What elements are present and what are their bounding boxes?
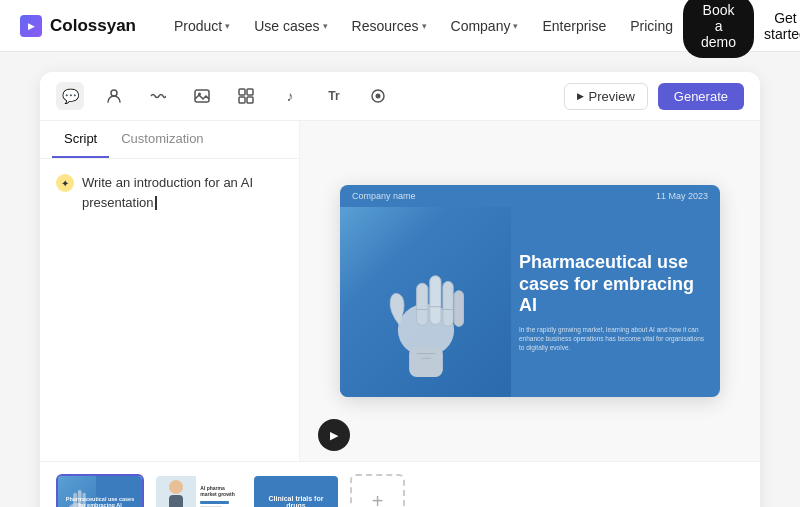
thumbnail-1[interactable]: Pharmaceutical use cases for embracing A…: [56, 474, 144, 507]
svg-point-0: [111, 90, 117, 96]
generate-button[interactable]: Generate: [658, 83, 744, 110]
thumbnail-2[interactable]: AI pharma market growth: [154, 474, 242, 507]
robot-hand-image: [340, 207, 511, 397]
script-text: Write an introduction for an AI presenta…: [82, 173, 283, 212]
image-tool-icon[interactable]: [188, 82, 216, 110]
slide-date: 11 May 2023: [656, 191, 708, 201]
nav-item-pricing[interactable]: Pricing: [620, 12, 683, 40]
music-tool-icon[interactable]: ♪: [276, 82, 304, 110]
slide-text-area: Pharmaceutical use cases for embracing A…: [511, 207, 720, 397]
editor-card: 💬 ♪ Tr ▶ Preview G: [40, 72, 760, 507]
wavy-tool-icon[interactable]: [144, 82, 172, 110]
nav-item-product[interactable]: Product ▾: [164, 12, 240, 40]
company-name: Company name: [352, 191, 416, 201]
grid-tool-icon[interactable]: [232, 82, 260, 110]
script-area[interactable]: ✦ Write an introduction for an AI presen…: [40, 159, 299, 461]
script-item: ✦ Write an introduction for an AI presen…: [56, 173, 283, 212]
slide-title: Pharmaceutical use cases for embracing A…: [519, 252, 706, 317]
toolbar: 💬 ♪ Tr ▶ Preview G: [40, 72, 760, 121]
tabs-row: Script Customization: [40, 121, 299, 159]
thumb-2-content: AI pharma market growth: [196, 476, 240, 507]
thumbnails-row: Pharmaceutical use cases for embracing A…: [40, 461, 760, 507]
thumbnail-3[interactable]: Clinical trials for drugs: [252, 474, 340, 507]
book-demo-button[interactable]: Book a demo: [683, 0, 754, 58]
svg-rect-12: [442, 281, 452, 326]
slide-subtitle: In the rapidly growing market, learning …: [519, 325, 706, 352]
nav-item-company[interactable]: Company ▾: [441, 12, 529, 40]
logo-icon: [20, 15, 42, 37]
tab-script[interactable]: Script: [52, 121, 109, 158]
thumb-3-label: Clinical trials for drugs: [260, 495, 332, 508]
thumb-1-label: Pharmaceutical use cases for embracing A…: [62, 496, 138, 508]
svg-rect-17: [409, 347, 443, 377]
logo[interactable]: Colossyan: [20, 15, 136, 37]
editor-body: Script Customization ✦ Write an introduc…: [40, 121, 760, 461]
svg-rect-10: [416, 283, 427, 325]
slide-preview: Company name 11 May 2023: [340, 185, 720, 397]
slide-header: Company name 11 May 2023: [340, 185, 720, 207]
nav-item-use-cases[interactable]: Use cases ▾: [244, 12, 337, 40]
play-icon: ▶: [577, 91, 584, 101]
play-button[interactable]: ▶: [318, 419, 350, 451]
left-panel: Script Customization ✦ Write an introduc…: [40, 121, 300, 461]
preview-button[interactable]: ▶ Preview: [564, 83, 648, 110]
svg-rect-6: [247, 97, 253, 103]
tab-customization[interactable]: Customization: [109, 121, 215, 158]
person-tool-icon[interactable]: [100, 82, 128, 110]
svg-point-24: [169, 480, 183, 494]
svg-rect-13: [454, 291, 463, 327]
main-content: 💬 ♪ Tr ▶ Preview G: [0, 52, 800, 507]
chevron-down-icon: ▾: [225, 21, 230, 31]
chevron-down-icon: ▾: [323, 21, 328, 31]
script-spark-icon: ✦: [56, 174, 74, 192]
svg-point-8: [376, 94, 381, 99]
nav-actions: Book a demo Get started: [683, 0, 800, 58]
svg-rect-4: [247, 89, 253, 95]
brand-name: Colossyan: [50, 16, 136, 36]
add-slide-button[interactable]: +: [350, 474, 405, 507]
svg-rect-5: [239, 97, 245, 103]
nav-item-resources[interactable]: Resources ▾: [342, 12, 437, 40]
svg-rect-11: [429, 276, 440, 325]
nav-item-enterprise[interactable]: Enterprise: [532, 12, 616, 40]
text-tool-icon[interactable]: Tr: [320, 82, 348, 110]
svg-rect-25: [169, 495, 183, 507]
svg-rect-3: [239, 89, 245, 95]
circle-tool-icon[interactable]: [364, 82, 392, 110]
get-started-button[interactable]: Get started: [764, 10, 800, 42]
message-tool-icon[interactable]: 💬: [56, 82, 84, 110]
text-cursor: [155, 196, 157, 210]
slide-content: Pharmaceutical use cases for embracing A…: [340, 207, 720, 397]
nav-links: Product ▾ Use cases ▾ Resources ▾ Compan…: [164, 12, 683, 40]
navbar: Colossyan Product ▾ Use cases ▾ Resource…: [0, 0, 800, 52]
chevron-down-icon: ▾: [422, 21, 427, 31]
thumb-2-person: [156, 476, 196, 507]
right-panel: Company name 11 May 2023: [300, 121, 760, 461]
chevron-down-icon: ▾: [513, 21, 518, 31]
toolbar-right: ▶ Preview Generate: [564, 83, 744, 110]
slide-image-area: [340, 207, 511, 397]
